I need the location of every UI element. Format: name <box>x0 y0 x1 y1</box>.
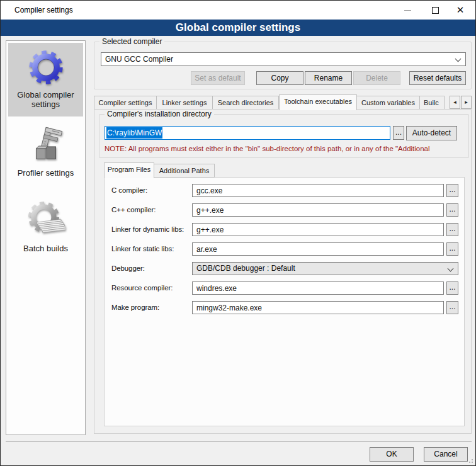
compiler-select[interactable]: GNU GCC Compiler <box>101 52 466 66</box>
sidebar-item-batch-builds[interactable]: Batch builds <box>8 196 83 267</box>
chevron-down-icon <box>455 56 462 62</box>
resize-grip-icon[interactable] <box>468 458 473 463</box>
delete-button[interactable]: Delete <box>353 71 400 85</box>
settings-sidebar: Global compiler settings Profiler settin… <box>6 40 86 435</box>
set-as-default-button[interactable]: Set as default <box>191 71 245 85</box>
tab-custom-variables[interactable]: Custom variables <box>357 96 420 110</box>
gear-batch-icon <box>26 202 65 241</box>
static-linker-label: Linker for static libs: <box>111 245 174 253</box>
selected-compiler-group-label: Selected compiler <box>99 37 164 46</box>
install-dir-selected-text: C:\raylib\MinGW <box>106 127 162 139</box>
ok-button[interactable]: OK <box>370 447 414 462</box>
debugger-select[interactable]: GDB/CDB debugger : Default <box>192 262 458 275</box>
compiler-select-value: GNU GCC Compiler <box>105 55 173 64</box>
caliper-icon <box>26 126 65 165</box>
settings-tabstrip: Compiler settings Linker settings Search… <box>94 95 472 110</box>
debugger-label: Debugger: <box>111 264 145 272</box>
form-row-make-program: Make program: ... <box>105 301 464 315</box>
rename-button[interactable]: Rename <box>305 71 352 85</box>
cpp-compiler-label: C++ compiler: <box>111 206 156 213</box>
form-row-static-linker: Linker for static libs: ... <box>105 242 464 256</box>
resource-compiler-label: Resource compiler: <box>111 284 173 292</box>
close-button[interactable]: ✕ <box>448 1 473 20</box>
static-linker-browse-button[interactable]: ... <box>446 242 458 256</box>
minimize-icon <box>404 10 411 11</box>
compiler-settings-window: Compiler settings ✕ Global compiler sett… <box>0 0 476 466</box>
dynamic-linker-input[interactable] <box>192 223 444 236</box>
make-program-label: Make program: <box>111 304 159 311</box>
resource-compiler-browse-button[interactable]: ... <box>446 281 458 295</box>
bin-subdirectory-note: NOTE: All programs must exist either in … <box>105 145 467 152</box>
resource-compiler-input[interactable] <box>192 281 444 295</box>
maximize-icon <box>432 7 439 14</box>
sidebar-item-label: Global compiler settings <box>8 90 83 109</box>
static-linker-input[interactable] <box>192 242 444 256</box>
sidebar-item-global-compiler-settings[interactable]: Global compiler settings <box>8 43 83 116</box>
sidebar-item-label: Profiler settings <box>8 168 83 178</box>
make-program-input[interactable] <box>192 301 444 314</box>
c-compiler-browse-button[interactable]: ... <box>446 184 458 197</box>
cancel-button[interactable]: Cancel <box>424 447 468 462</box>
program-files-panel: C compiler: ... C++ compiler: ... Linker… <box>104 177 465 426</box>
cpp-compiler-input[interactable] <box>192 203 444 217</box>
minimize-button[interactable] <box>395 1 420 20</box>
chevron-down-icon <box>448 266 454 272</box>
form-row-resource-compiler: Resource compiler: ... <box>105 281 464 295</box>
tab-scroll-right-button[interactable]: ▸ <box>461 96 472 109</box>
sidebar-item-profiler-settings[interactable]: Profiler settings <box>8 121 83 191</box>
tab-toolchain-executables[interactable]: Toolchain executables <box>279 94 357 110</box>
tab-search-directories[interactable]: Search directories <box>213 96 279 110</box>
close-icon: ✕ <box>456 4 465 16</box>
dynamic-linker-browse-button[interactable]: ... <box>446 223 458 236</box>
subtab-program-files[interactable]: Program Files <box>104 162 154 178</box>
browse-install-dir-button[interactable]: ... <box>393 126 404 140</box>
dialog-header: Global compiler settings <box>1 20 475 36</box>
form-row-debugger: Debugger: GDB/CDB debugger : Default <box>105 262 464 276</box>
c-compiler-label: C compiler: <box>111 186 147 194</box>
gear-blue-icon <box>26 48 65 87</box>
install-dir-input[interactable]: C:\raylib\MinGW <box>105 126 390 140</box>
c-compiler-input[interactable] <box>192 184 444 197</box>
footer-divider <box>6 441 472 442</box>
maximize-button[interactable] <box>422 1 448 20</box>
arrow-right-icon: ▸ <box>465 99 468 105</box>
cpp-compiler-browse-button[interactable]: ... <box>446 203 458 217</box>
copy-button[interactable]: Copy <box>256 71 303 85</box>
auto-detect-button[interactable]: Auto-detect <box>406 126 457 140</box>
titlebar: Compiler settings ✕ <box>1 1 475 20</box>
sidebar-item-label: Batch builds <box>8 244 83 253</box>
installation-directory-group: Compiler's installation directory C:\ray… <box>99 114 469 158</box>
tab-scroll-left-button[interactable]: ◂ <box>450 96 460 109</box>
make-program-browse-button[interactable]: ... <box>446 301 458 314</box>
program-files-tabstrip: Program Files Additional Paths <box>104 163 215 178</box>
debugger-select-value: GDB/CDB debugger : Default <box>196 264 295 273</box>
form-row-cpp-compiler: C++ compiler: ... <box>105 203 464 217</box>
arrow-left-icon: ◂ <box>453 99 456 105</box>
tab-linker-settings[interactable]: Linker settings <box>157 96 213 110</box>
form-row-c-compiler: C compiler: ... <box>105 184 464 198</box>
installation-directory-group-label: Compiler's installation directory <box>105 110 214 118</box>
tab-build-options-clipped[interactable]: Builc <box>420 96 445 110</box>
tab-compiler-settings[interactable]: Compiler settings <box>94 96 157 110</box>
reset-defaults-button[interactable]: Reset defaults <box>409 71 466 85</box>
form-row-dynamic-linker: Linker for dynamic libs: ... <box>105 223 464 237</box>
window-title: Compiler settings <box>14 6 73 14</box>
subtab-additional-paths[interactable]: Additional Paths <box>154 164 215 178</box>
dynamic-linker-label: Linker for dynamic libs: <box>111 225 184 233</box>
selected-compiler-group: Selected compiler GNU GCC Compiler Set a… <box>94 42 472 89</box>
